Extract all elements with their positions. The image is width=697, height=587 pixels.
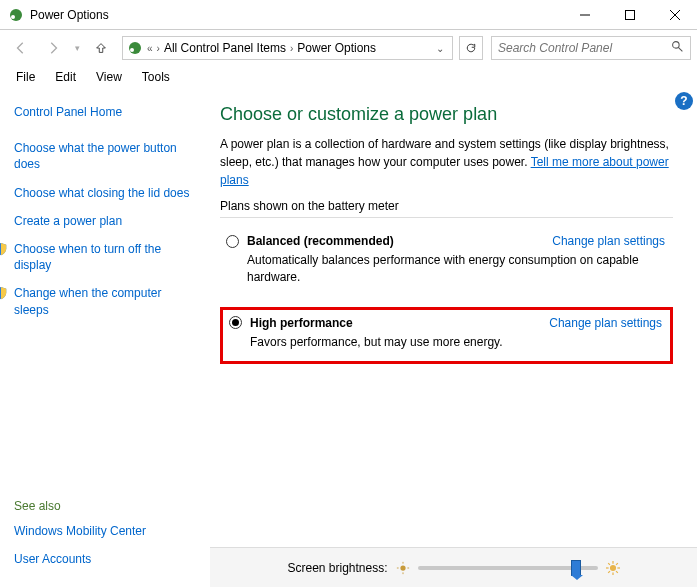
main-panel: ? Choose or customize a power plan A pow… [210, 88, 697, 587]
breadcrumb[interactable]: « › All Control Panel Items › Power Opti… [122, 36, 453, 60]
svg-line-23 [616, 563, 618, 565]
see-also-link[interactable]: Windows Mobility Center [14, 523, 146, 539]
breadcrumb-item[interactable]: All Control Panel Items [164, 41, 286, 55]
power-plan-balanced: Change plan settings Balanced (recommend… [220, 228, 673, 297]
divider [220, 217, 673, 218]
sun-bright-icon [606, 561, 620, 575]
sidebar-link[interactable]: Choose what closing the lid does [14, 185, 189, 201]
sidebar-link[interactable]: Change when the computer sleeps [14, 285, 196, 317]
svg-point-7 [130, 48, 134, 52]
search-input[interactable] [498, 41, 671, 55]
svg-point-6 [129, 42, 141, 54]
recent-dropdown-icon[interactable]: ▾ [70, 33, 84, 63]
svg-line-9 [678, 47, 682, 51]
close-button[interactable] [652, 0, 697, 30]
chevron-right-icon: › [290, 43, 293, 54]
control-panel-home-link[interactable]: Control Panel Home [14, 104, 122, 120]
slider-thumb[interactable] [571, 560, 581, 576]
content-area: Control Panel Home Choose what the power… [0, 88, 697, 587]
plan-description: Favors performance, but may use more ene… [250, 334, 664, 351]
menu-edit[interactable]: Edit [47, 68, 84, 86]
svg-point-0 [10, 9, 22, 21]
menu-view[interactable]: View [88, 68, 130, 86]
radio-balanced[interactable] [226, 235, 239, 248]
maximize-button[interactable] [607, 0, 652, 30]
sidebar-link[interactable]: Create a power plan [14, 213, 122, 229]
menubar: File Edit View Tools [0, 66, 697, 88]
search-icon[interactable] [671, 40, 684, 56]
svg-point-1 [11, 15, 15, 19]
change-plan-settings-link[interactable]: Change plan settings [552, 234, 665, 248]
plans-subheading: Plans shown on the battery meter [220, 199, 673, 213]
brightness-label: Screen brightness: [287, 561, 387, 575]
sidebar-link[interactable]: Choose what the power button does [14, 140, 196, 172]
search-box[interactable] [491, 36, 691, 60]
menu-tools[interactable]: Tools [134, 68, 178, 86]
see-also-link[interactable]: User Accounts [14, 551, 91, 567]
shield-icon [0, 286, 8, 300]
plan-description: Automatically balances performance with … [247, 252, 667, 287]
shield-icon [0, 242, 8, 256]
titlebar: Power Options [0, 0, 697, 30]
svg-point-15 [609, 564, 615, 570]
help-icon[interactable]: ? [675, 92, 693, 110]
radio-high-performance[interactable] [229, 316, 242, 329]
brightness-slider[interactable] [418, 566, 598, 570]
page-description: A power plan is a collection of hardware… [220, 135, 673, 189]
breadcrumb-item[interactable]: Power Options [297, 41, 376, 55]
window-title: Power Options [30, 8, 562, 22]
up-button[interactable] [86, 33, 116, 63]
back-button[interactable] [6, 33, 36, 63]
minimize-button[interactable] [562, 0, 607, 30]
sidebar-link[interactable]: Choose when to turn off the display [14, 241, 196, 273]
power-plan-high-performance: Change plan settings High performance Fa… [220, 307, 673, 364]
svg-rect-3 [625, 10, 634, 19]
svg-line-20 [608, 563, 610, 565]
brightness-bar: Screen brightness: [210, 547, 697, 587]
refresh-button[interactable] [459, 36, 483, 60]
menu-file[interactable]: File [8, 68, 43, 86]
svg-point-8 [673, 42, 680, 49]
page-heading: Choose or customize a power plan [220, 104, 673, 125]
power-options-icon [127, 40, 143, 56]
chevron-right-icon: « [147, 43, 153, 54]
svg-line-21 [616, 571, 618, 573]
svg-point-10 [400, 565, 405, 570]
see-also-heading: See also [14, 499, 196, 513]
power-options-icon [8, 7, 24, 23]
sun-dim-icon [396, 561, 410, 575]
chevron-right-icon: › [157, 43, 160, 54]
change-plan-settings-link[interactable]: Change plan settings [549, 316, 662, 330]
sidebar: Control Panel Home Choose what the power… [0, 88, 210, 587]
svg-line-22 [608, 571, 610, 573]
navbar: ▾ « › All Control Panel Items › Power Op… [0, 30, 697, 66]
window-controls [562, 0, 697, 29]
breadcrumb-dropdown-icon[interactable]: ⌄ [432, 43, 448, 54]
plan-name[interactable]: Balanced (recommended) [247, 234, 394, 248]
plan-name[interactable]: High performance [250, 316, 353, 330]
forward-button[interactable] [38, 33, 68, 63]
